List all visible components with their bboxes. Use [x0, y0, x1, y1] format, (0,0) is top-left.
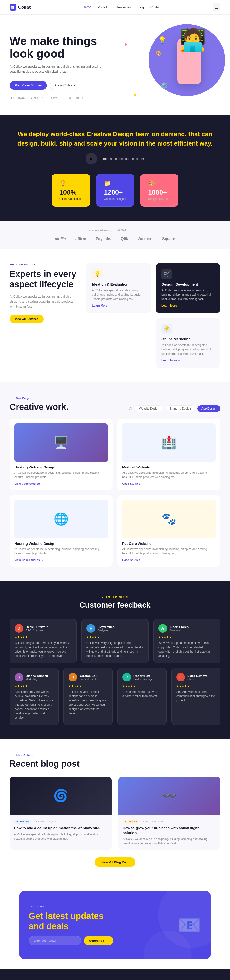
- creative-section: Our Project Creative work. All Website D…: [0, 382, 230, 581]
- project-title-3: Pet Care Website: [122, 541, 216, 546]
- feedback-text-2: Wow. What a great experience with this c…: [158, 641, 216, 658]
- view-case-0[interactable]: View Case Studies →: [14, 482, 108, 485]
- feedback-text-0: Collax is only a tool, it will take you …: [14, 641, 72, 658]
- newsletter-tag: Get Latest: [29, 905, 113, 908]
- ideation-learn-more[interactable]: Learn More →: [92, 304, 145, 307]
- hero-description: At Collax we specialize in designing, bu…: [10, 64, 110, 74]
- facebook-icon: f: [10, 97, 10, 99]
- stat-label-1: Complete Project: [104, 197, 126, 200]
- hero-title: We make things look good: [10, 35, 110, 60]
- svg-rect-1: [13, 6, 14, 7]
- stars-1: ★★★★★: [86, 636, 144, 639]
- reviewer-name-1: Floyd Miles: [97, 625, 115, 629]
- project-desc-2: At Collax we specialize in designing, bu…: [14, 547, 108, 555]
- stat-num-0: 100%: [59, 189, 82, 196]
- view-all-blog-button[interactable]: View All Blog Post: [95, 858, 135, 867]
- reviewer-0: D Darrell Steward CEO, Company: [14, 624, 72, 633]
- reviewer-role-2: Developer: [169, 629, 188, 632]
- marketing-learn-more[interactable]: Learn More →: [161, 359, 215, 362]
- newsletter-left: Get Latest Get latest updates and deals …: [29, 905, 113, 945]
- brand-affirm: affirm: [75, 237, 86, 241]
- design-learn-more[interactable]: Learn More →: [161, 304, 215, 307]
- reviewer-1: F Floyd Miles Designer: [86, 624, 144, 633]
- nav-contact[interactable]: Contact: [150, 5, 161, 9]
- newsletter-title: Get latest updates and deals: [29, 911, 113, 931]
- reviewer-2: A Albert Flores Developer: [158, 624, 216, 633]
- feedback-row-1: D Darrell Steward CEO, Company ★★★★★ Col…: [10, 619, 220, 663]
- design-desc: At Collax we specialize in designing, bu…: [161, 288, 215, 301]
- service-card-marketing: ☀️ Online Marketing At Collax we special…: [156, 318, 220, 368]
- hero-dot-pink: [125, 43, 127, 46]
- play-button[interactable]: ▶: [86, 153, 97, 164]
- review-card-2: A Albert Flores Developer ★★★★★ Wow. Wha…: [153, 619, 220, 663]
- reviewer-role-5: Product Manager: [133, 678, 153, 681]
- project-card-0: 🖥️ Hosting Website Design At Collax we s…: [10, 418, 113, 490]
- reviewer-role-4: Content Creator: [80, 678, 98, 681]
- menu-button[interactable]: [213, 3, 220, 11]
- reviewer-3: D Dianne Russell Marketing: [14, 673, 54, 681]
- project-thumb-0: 🖥️: [14, 423, 108, 462]
- all-label: All: [129, 407, 133, 410]
- feedback-section: Client Testimonial Customer feedback D D…: [0, 581, 230, 739]
- about-button[interactable]: About Collax ›: [50, 81, 79, 90]
- reviewer-name-4: Jerome Bell: [80, 674, 98, 678]
- blog-date-1: FEBRUARY 20,2022: [143, 820, 166, 823]
- avatar-5: R: [123, 673, 131, 681]
- tab-website-design[interactable]: Website Design: [135, 405, 163, 412]
- review-card-5: R Robert Fox Product Manager ★★★★★ Durin…: [117, 668, 166, 725]
- reviewer-name-6: Extra Review: [187, 674, 207, 678]
- project-thumb-3: 🐾: [122, 500, 216, 538]
- design-title: Design, Development: [161, 282, 215, 286]
- stat-num-1: 1200+: [104, 189, 126, 196]
- subscribe-button[interactable]: Subscribe →: [84, 936, 113, 945]
- menu-line-3: [215, 8, 218, 9]
- services-tag: What We Do?: [10, 263, 77, 266]
- ideation-icon: 💡: [92, 269, 102, 279]
- logo[interactable]: Collax: [10, 4, 31, 11]
- hero-illustration: 🧑‍💻 💡 ⚙️ 🎨: [153, 31, 216, 99]
- social-dribble[interactable]: ◉ DRIBBLE: [69, 97, 84, 100]
- project-title-1: Medical Website: [122, 465, 216, 469]
- stat-icon-1: 📁: [104, 180, 126, 187]
- view-case-3[interactable]: Case Studies →: [122, 558, 216, 562]
- social-youtube[interactable]: ▶ YOUTUBE: [31, 97, 46, 100]
- view-case-1[interactable]: Case Studies →: [122, 482, 216, 485]
- nav-home[interactable]: Home: [83, 5, 91, 10]
- nav-resources[interactable]: Resources: [116, 5, 131, 9]
- avatar-3: D: [14, 673, 23, 681]
- blog-content-1: BUSINESS FEBRUARY 20,2022 How to grow yo…: [118, 815, 220, 850]
- tab-branding[interactable]: Branding Design: [166, 405, 195, 412]
- headline-highlight: Creative Design team: [86, 130, 150, 138]
- brand-walmart: Walmart: [138, 237, 153, 241]
- ideation-desc: At Collax we specialize in designing, bu…: [92, 288, 145, 301]
- reviewer-role-6: Client: [187, 678, 207, 681]
- case-studies-button[interactable]: Visit Case Studies: [10, 81, 47, 89]
- project-desc-3: At Collax we specialize in designing, bu…: [122, 547, 216, 555]
- reviewer-5: R Robert Fox Product Manager: [123, 673, 161, 681]
- all-services-button[interactable]: View All Services: [10, 315, 44, 323]
- marketing-desc: At Collax we specialize in designing, bu…: [161, 343, 215, 356]
- review-card-4: J Jerome Bell Content Creator ★★★★★ Coll…: [64, 668, 113, 725]
- tab-app-design[interactable]: App Design: [197, 405, 220, 412]
- social-twitter[interactable]: t TWITTER: [51, 97, 64, 100]
- feedback-tag: Client Testimonial: [10, 595, 220, 598]
- ideation-title: Ideation & Evaluation: [92, 282, 145, 286]
- feedback-row-2: D Dianne Russell Marketing ★★★★★ Absolut…: [10, 668, 220, 725]
- blog-grid: 🌀 WEBFLOW FEBRUARY 20,2022 How to add a …: [10, 776, 220, 850]
- blog-date-0: FEBRUARY 20,2022: [35, 820, 57, 823]
- blog-tag: Blog Article: [10, 754, 220, 756]
- nav-links: Home Portfolio Resources Blog Contact: [83, 5, 161, 10]
- nav-portfolio[interactable]: Portfolio: [98, 5, 109, 9]
- blog-title: Recent blog post: [10, 759, 220, 769]
- social-facebook[interactable]: f FACEBOOK: [10, 97, 26, 100]
- hero-content: We make things look good At Collax we sp…: [10, 35, 110, 99]
- stat-num-2: 1800+: [148, 189, 171, 196]
- email-input[interactable]: [29, 936, 81, 945]
- stat-label-0: Client Satisfaction: [59, 197, 82, 200]
- service-card-design: 🛒 Design, Development At Collax we speci…: [156, 263, 220, 313]
- newsletter-section: Get Latest Get latest updates and deals …: [19, 891, 211, 959]
- view-case-2[interactable]: View Case Studies →: [14, 558, 108, 562]
- blog-thumb-0: 🌀: [10, 776, 112, 815]
- play-label: Take a look behind the scenes: [103, 157, 145, 161]
- nav-blog[interactable]: Blog: [137, 5, 144, 9]
